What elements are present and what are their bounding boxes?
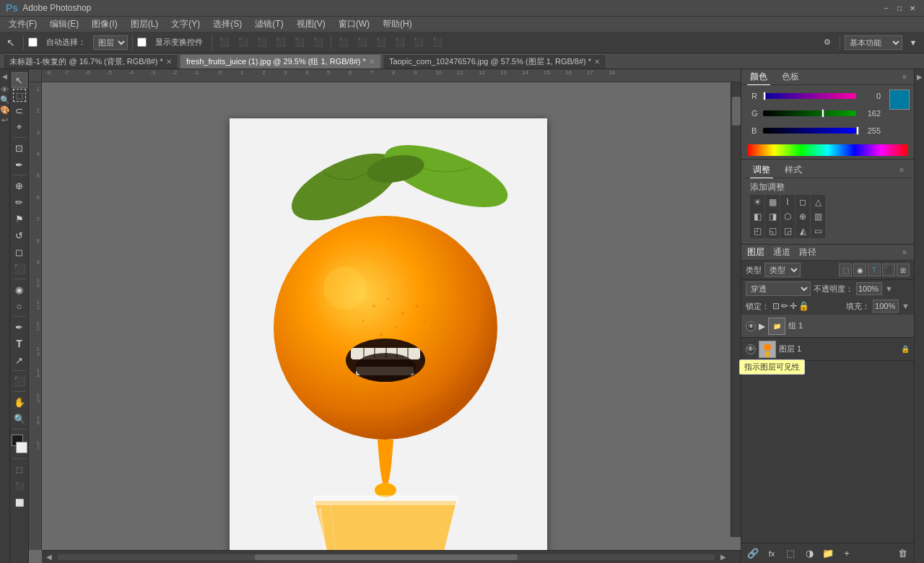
tab-fresh-fruits[interactable]: fresh_fruits_juice (1).jpg @ 29.5% (组 1,… (180, 54, 381, 69)
layer-delete-btn[interactable]: 🗑 (895, 546, 910, 561)
left-panel-view2[interactable]: 🔍 (1, 95, 9, 104)
tool-type[interactable]: T (12, 336, 27, 352)
tool-quick-select[interactable]: ⌖ (12, 119, 27, 135)
distribute-v-btn[interactable]: ⬛ (354, 35, 370, 51)
tab-adjustments[interactable]: 调整 (750, 162, 773, 178)
menu-text[interactable]: 文字(Y) (165, 17, 206, 32)
tool-brush[interactable]: ✏ (12, 194, 27, 210)
layer-fx-btn[interactable]: fx (764, 546, 779, 561)
menu-layer[interactable]: 图层(L) (125, 17, 165, 32)
vscroll-thumb[interactable] (732, 97, 741, 126)
color-panel-menu[interactable]: ≡ (901, 73, 908, 81)
tool-shape[interactable]: ⬛ (12, 373, 27, 389)
extras-btn[interactable]: ⚙ (819, 35, 835, 51)
auto-select-dropdown[interactable]: 图层 (93, 35, 128, 50)
tool-hand[interactable]: ✋ (12, 394, 27, 410)
menu-view[interactable]: 视图(V) (291, 17, 331, 32)
workspace-dropdown[interactable]: 基本功能 (845, 35, 902, 50)
active-color-swatch[interactable] (889, 90, 910, 110)
distribute-4-btn[interactable]: ⬛ (392, 35, 408, 51)
tool-pen[interactable]: ✒ (12, 319, 27, 335)
layer-row-group1[interactable]: 👁 ▶ 📁 组 1 (741, 315, 914, 338)
distribute-3-btn[interactable]: ⬛ (373, 35, 389, 51)
menu-help[interactable]: 帮助(H) (377, 17, 418, 32)
fill-input[interactable] (873, 300, 899, 313)
hscroll-right-btn[interactable]: ▶ (716, 552, 731, 562)
layer-expand-group1[interactable]: ▶ (759, 321, 765, 331)
tab-channels[interactable]: 通道 (773, 246, 790, 258)
workspace-options-btn[interactable]: ▼ (905, 35, 921, 51)
align-middle-btn[interactable]: ⬛ (292, 35, 308, 51)
tab-taopic-close[interactable]: ✕ (594, 58, 600, 66)
background-color[interactable] (16, 442, 27, 453)
adjust-colorlookup[interactable]: ◰ (750, 224, 764, 238)
menu-filter[interactable]: 滤镜(T) (249, 17, 289, 32)
move-tool-btn[interactable]: ↖ (3, 35, 19, 51)
layer-row-layer1[interactable]: 👁 指示图层可见性 图层 1 🔒 (741, 338, 914, 361)
align-left-btn[interactable]: ⬛ (217, 35, 232, 51)
opacity-dropdown-btn[interactable]: ▼ (885, 284, 893, 293)
menu-window[interactable]: 窗口(W) (333, 17, 375, 32)
tab-taopic[interactable]: Taopic_com_102476576.jpg @ 57.5% (图层 1, … (383, 54, 606, 69)
adjust-brightness[interactable]: ☀ (750, 195, 764, 209)
adjust-exposure[interactable]: ◻ (796, 195, 810, 209)
tool-mode-normal[interactable]: ⬚ (12, 461, 27, 477)
distribute-h-btn[interactable]: ⬛ (336, 35, 352, 51)
adjust-posterize[interactable]: ◲ (780, 224, 795, 238)
layer-eye-layer1[interactable]: 👁 指示图层可见性 (746, 344, 756, 354)
tool-clone[interactable]: ⚑ (12, 211, 27, 227)
b-slider-thumb[interactable] (856, 126, 859, 135)
filter-icon-text[interactable]: T (868, 263, 881, 276)
layer-eye-group1[interactable]: 👁 (746, 321, 756, 331)
tool-eyedropper[interactable]: ✒ (12, 157, 27, 173)
tab-layers[interactable]: 图层 (747, 246, 764, 258)
adjust-invert[interactable]: ◱ (765, 224, 780, 238)
tool-gradient[interactable]: ⬛ (12, 261, 27, 276)
tool-eraser[interactable]: ◻ (12, 244, 27, 260)
distribute-6-btn[interactable]: ⬛ (430, 35, 445, 51)
hscroll-left-btn[interactable]: ◀ (42, 552, 56, 562)
filter-icon-adjust[interactable]: ◉ (853, 263, 866, 276)
adjust-photofilter[interactable]: ⊕ (796, 209, 810, 224)
tool-move[interactable]: ↖ (12, 72, 27, 88)
filter-icon-pixel[interactable]: ⬚ (839, 263, 852, 276)
right-edge-collapse[interactable]: ▶ (915, 72, 924, 81)
tool-healing[interactable]: ⊕ (12, 178, 27, 193)
layers-panel-menu[interactable]: ≡ (901, 248, 908, 256)
hscroll-thumb[interactable] (255, 554, 518, 560)
adjust-channelmixer[interactable]: ▥ (811, 209, 825, 224)
maximize-button[interactable]: □ (894, 2, 905, 14)
left-panel-color[interactable]: 🎨 (1, 105, 9, 114)
layer-mask-btn[interactable]: ⬚ (783, 546, 798, 561)
tool-dodge[interactable]: ○ (12, 298, 27, 314)
close-button[interactable]: ✕ (907, 2, 918, 14)
layer-link-btn[interactable]: 🔗 (746, 546, 760, 561)
r-slider-thumb[interactable] (763, 92, 766, 100)
lock-pixels-btn[interactable]: ✏ (781, 301, 788, 311)
adjust-gradientmap[interactable]: ▭ (811, 224, 825, 238)
g-slider-thumb[interactable] (821, 109, 824, 118)
align-bottom-btn[interactable]: ⬛ (310, 35, 326, 51)
minimize-button[interactable]: − (881, 2, 892, 14)
opacity-input[interactable] (856, 282, 882, 295)
adjust-levels[interactable]: ▦ (765, 195, 780, 209)
adjust-panel-menu[interactable]: ≡ (898, 166, 905, 174)
align-right-btn[interactable]: ⬛ (254, 35, 270, 51)
tool-crop[interactable]: ⊡ (12, 140, 27, 156)
blend-mode-select[interactable]: 穿透 正常 溶解 (746, 282, 811, 296)
align-top-btn[interactable]: ⬛ (273, 35, 289, 51)
transform-controls-checkbox[interactable] (137, 38, 147, 47)
layer-group-btn[interactable]: 📁 (821, 546, 835, 561)
layer-adjustment-btn[interactable]: ◑ (802, 546, 816, 561)
tab-paths[interactable]: 路径 (799, 246, 816, 258)
tab-color[interactable]: 颜色 (747, 69, 770, 85)
layer-new-btn[interactable]: + (840, 546, 854, 561)
tab-untitled[interactable]: 未标题-1-恢复的 @ 16.7% (背景, RGB/8#) * ✕ (3, 54, 178, 69)
tool-history-brush[interactable]: ↺ (12, 227, 27, 243)
menu-edit[interactable]: 编辑(E) (44, 17, 84, 32)
tab-swatches[interactable]: 色板 (779, 69, 802, 84)
adjust-threshold[interactable]: ◭ (796, 224, 810, 238)
lock-transparent-btn[interactable]: ⊡ (772, 301, 780, 311)
align-center-btn[interactable]: ⬛ (235, 35, 251, 51)
auto-select-checkbox[interactable] (28, 38, 38, 47)
